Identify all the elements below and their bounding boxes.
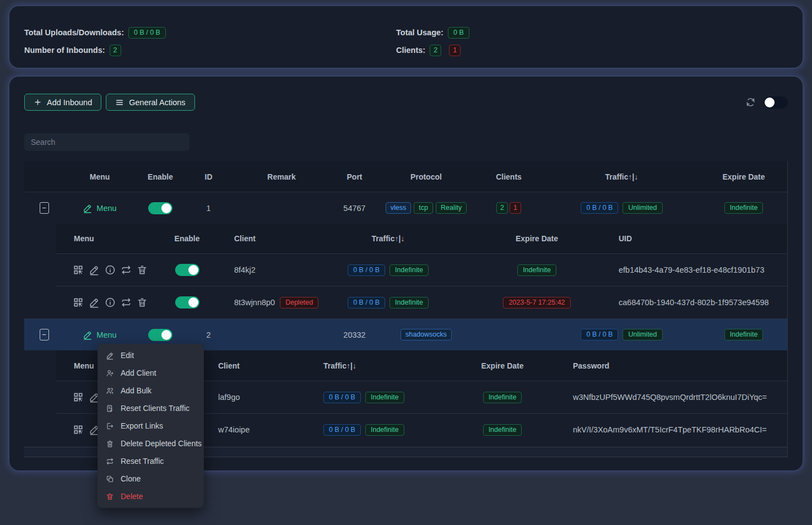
protocol-tag-reality: Reality [436, 202, 467, 214]
inbound-menu-label: Menu [96, 204, 116, 213]
client-header-traffic-sort[interactable]: Traffic↑|↓ [307, 224, 469, 253]
qrcode-icon[interactable] [73, 392, 84, 403]
client-uid: efb14b43-4a79-4e83-ef18-e48cf1901b73 [604, 254, 787, 286]
client-traffic-badge: 0 B / 0 B [323, 392, 361, 403]
refresh-icon[interactable] [745, 97, 756, 107]
client-enable-toggle[interactable] [175, 296, 199, 308]
inbound-menu-label: Menu [96, 331, 116, 339]
inbounds-table-header: Menu Enable ID Remark Port Protocol Clie… [24, 161, 787, 192]
trash-icon[interactable] [137, 264, 148, 275]
export-icon [106, 422, 114, 430]
search-input[interactable] [24, 133, 190, 151]
client-header-client: Client [208, 224, 307, 253]
inbound-id: 1 [185, 192, 232, 224]
protocol-tag-tcp: tcp [414, 202, 433, 214]
reset-traffic-icon[interactable] [121, 264, 132, 275]
file-reset-icon [106, 404, 114, 413]
pencil-icon [106, 351, 114, 360]
clients-depleted-badge: 1 [510, 202, 521, 214]
qrcode-icon[interactable] [73, 297, 84, 308]
traffic-badge: 0 B / 0 B [581, 202, 618, 214]
inbound-menu-button[interactable]: Menu [83, 330, 116, 340]
client-name: 8f4kj2 [208, 254, 307, 286]
toolbar: Add Inbound General Actions [24, 94, 788, 111]
client-duration-badge: Indefinite [365, 392, 404, 403]
inbounds-count: 2 [110, 45, 121, 56]
client-table-vless-header: Menu Enable Client Traffic↑|↓ Expire Dat… [56, 224, 787, 253]
client-traffic-badge: 0 B / 0 B [348, 297, 385, 308]
protocol-tag-shadowsocks: shadowsocks [400, 329, 452, 340]
client-name: laf9go [210, 381, 307, 413]
client-expire-badge: 2023-5-7 17:25:42 [503, 297, 570, 308]
client-expire-badge: Indefinite [483, 392, 522, 403]
inbound-row-1: − Menu 1 54767 vless tcp Reality 2 1 0 [24, 192, 787, 224]
client-header-expire: Expire Date [464, 350, 541, 381]
menu-item-export-links[interactable]: Export Links [98, 417, 204, 435]
menu-item-add-client[interactable]: Add Client [98, 364, 204, 382]
client-uid: ca68470b-1940-437d-802b-1f9573e94598 [604, 286, 787, 318]
client-header-expire: Expire Date [469, 224, 604, 253]
menu-item-reset-clients-traffic[interactable]: Reset Clients Traffic [98, 399, 204, 417]
menu-item-reset-traffic[interactable]: Reset Traffic [98, 452, 204, 470]
header-traffic-sort[interactable]: Traffic↑|↓ [543, 161, 700, 192]
total-usage-value: 0 B [448, 27, 469, 39]
client-row: 8f4kj2 0 B / 0 B Indefinite Indefinite e… [56, 253, 787, 286]
inbound-menu-button[interactable]: Menu [83, 203, 116, 213]
clients-active-badge: 2 [496, 202, 508, 214]
qrcode-icon[interactable] [73, 264, 84, 275]
info-icon[interactable] [105, 264, 116, 275]
menu-item-delete-depleted-clients[interactable]: Delete Depleted Clients [98, 435, 204, 452]
client-duration-badge: Indefinite [389, 297, 429, 308]
expire-badge: Indefinite [724, 329, 764, 340]
clients-active-count: 2 [430, 45, 441, 56]
header-port: Port [331, 161, 378, 192]
edit-icon[interactable] [89, 264, 100, 275]
qrcode-icon[interactable] [73, 424, 84, 435]
traffic-badge: 0 B / 0 B [581, 329, 618, 340]
client-enable-toggle[interactable] [175, 264, 199, 276]
add-inbound-button[interactable]: Add Inbound [24, 94, 101, 111]
collapse-row-button[interactable]: − [40, 329, 49, 340]
reset-traffic-icon[interactable] [121, 297, 132, 308]
stat-inbounds: Number of Inbounds: 2 [24, 44, 396, 56]
client-header-enable: Enable [166, 224, 208, 253]
clients-depleted-count: 1 [449, 45, 461, 56]
trash-icon[interactable] [137, 297, 148, 308]
trash-icon [106, 492, 114, 501]
uploads-downloads-value: 0 B / 0 B [128, 27, 166, 39]
traffic-limit-badge: Unlimited [622, 329, 662, 340]
header-expand-spacer [24, 161, 64, 192]
add-inbound-label: Add Inbound [47, 98, 92, 107]
menu-item-delete[interactable]: Delete [98, 488, 204, 505]
header-remark: Remark [232, 161, 331, 192]
clients-label: Clients: [396, 46, 425, 55]
stat-clients: Clients: 2 1 [396, 44, 788, 56]
auto-refresh-toggle[interactable] [764, 96, 788, 109]
menu-item-clone[interactable]: Clone [98, 470, 204, 488]
client-duration-badge: Indefinite [389, 264, 429, 276]
inbound-enable-toggle[interactable] [148, 202, 172, 214]
client-expire-badge: Indefinite [517, 264, 556, 276]
header-expire: Expire Date [700, 161, 787, 192]
menu-item-add-bulk[interactable]: Add Bulk [98, 382, 204, 399]
users-add-icon [106, 387, 114, 395]
reset-traffic-icon [106, 457, 114, 466]
header-id: ID [185, 161, 232, 192]
client-password: w3NfbzUPf5WWd745Q8pvsmQrdrttT2lO6knuI7Di… [541, 381, 787, 413]
menu-item-edit[interactable]: Edit [98, 347, 204, 364]
client-header-traffic-sort[interactable]: Traffic↑|↓ [307, 350, 464, 381]
inbound-clients-empty [474, 319, 543, 350]
pencil-icon [83, 203, 93, 213]
inbound-enable-toggle[interactable] [148, 329, 172, 341]
client-name: w74ioipe [210, 414, 307, 446]
client-row: 8t3wjnn8p0 Depleted 0 B / 0 B Indefinite… [56, 286, 787, 318]
info-icon[interactable] [105, 297, 116, 308]
client-password: nkV/I/3XoAm9v6xMT/T5IcrF4TpeTKF98rHARbRo… [541, 414, 787, 446]
client-header-client: Client [210, 350, 307, 381]
total-usage-label: Total Usage: [396, 28, 443, 37]
collapse-row-button[interactable]: − [40, 202, 49, 214]
client-expire-badge: Indefinite [483, 424, 522, 436]
general-actions-button[interactable]: General Actions [106, 94, 194, 111]
edit-icon[interactable] [89, 297, 100, 308]
hamburger-icon [115, 98, 124, 107]
